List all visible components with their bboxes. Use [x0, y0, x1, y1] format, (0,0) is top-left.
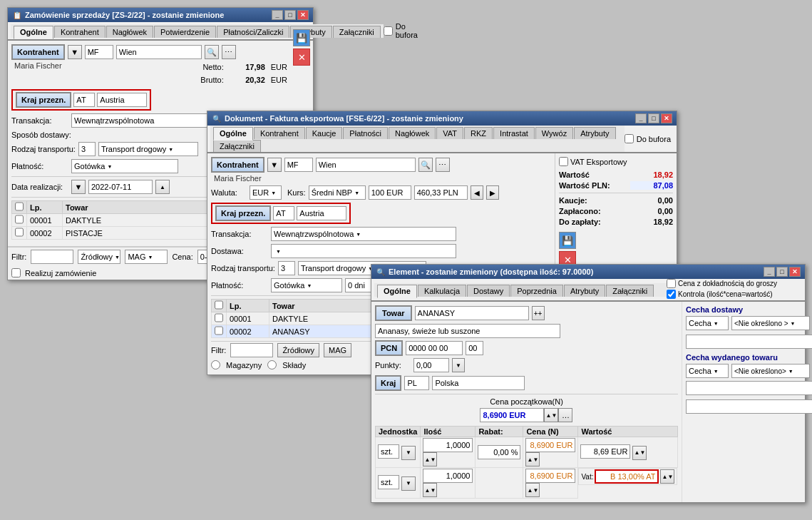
tab-potwierdzenie-w1[interactable]: Potwierdzenie [154, 26, 216, 38]
kraj-code-w2[interactable] [273, 206, 294, 220]
window2-maximize[interactable]: □ [648, 113, 659, 123]
window2-close[interactable]: ✕ [661, 113, 672, 123]
window1-minimize[interactable]: _ [272, 10, 283, 20]
pcn-btn-w3[interactable]: PCN [375, 340, 403, 356]
punkty-arrow-w3[interactable]: ▼ [452, 358, 465, 372]
tab-naglowek-w1[interactable]: Nagłówek [106, 26, 153, 38]
kontrahent-code-w1[interactable] [85, 45, 113, 59]
cecha-wydanego-text-w3[interactable] [686, 381, 812, 395]
window1-maximize[interactable]: □ [284, 10, 296, 20]
row1-check-w1[interactable] [15, 215, 24, 224]
nie-okreslono2-dropdown-w3[interactable]: <Nie określono> [731, 364, 810, 378]
row2-jednostka-w3[interactable] [378, 475, 399, 489]
tab-poprzednia-w3[interactable]: Poprzednia [510, 285, 563, 297]
platnosc-dropdown-w2[interactable]: Gotówka [271, 278, 342, 292]
cena-poczatkowa-val-w3[interactable] [480, 408, 544, 422]
kraj-name-w1[interactable] [97, 93, 147, 107]
sklady-radio-w2[interactable] [267, 360, 277, 369]
select-all-w1[interactable] [15, 202, 24, 211]
kontrahent-search-w2[interactable]: 🔍 [418, 158, 433, 172]
kontrahent-btn-w1[interactable]: Kontrahent [11, 44, 65, 60]
towar-val-w3[interactable] [415, 306, 529, 320]
row2-check-w2[interactable] [215, 326, 223, 335]
window1-close[interactable]: ✕ [297, 10, 309, 20]
row1-cena-w3[interactable] [525, 438, 575, 452]
transakcja-val-w1[interactable] [71, 113, 214, 128]
mag-btn-w2[interactable]: MAG [324, 343, 351, 357]
window2-minimize[interactable]: _ [635, 113, 647, 123]
tab-ogolne-w2[interactable]: Ogólne [213, 127, 253, 141]
tab-atrybuty-w3[interactable]: Atrybuty [564, 285, 605, 297]
kraj-name-w2[interactable] [297, 206, 346, 220]
data-spin-up-w1[interactable]: ▲ [155, 180, 170, 194]
tab-kontrahent-w1[interactable]: Kontrahent [54, 26, 106, 38]
cena-poczatkowa-more-w3[interactable]: … [558, 408, 572, 422]
save-btn-w2[interactable]: 💾 [559, 232, 576, 249]
tab-atrybuty-w2[interactable]: Atrybuty [574, 127, 615, 139]
tab-ogolne-w3[interactable]: Ogólne [377, 285, 417, 298]
kontrahent-dropdown-w2[interactable]: ▼ [267, 158, 282, 172]
kurs-amount-w2[interactable] [369, 185, 411, 200]
row1-ilosc-w3[interactable] [423, 438, 473, 452]
kraj-btn-w3[interactable]: Kraj [375, 375, 401, 391]
row2-check-w1[interactable] [15, 228, 24, 237]
row2-ilosc-spin-w3[interactable]: ▲▼ [423, 483, 437, 497]
data-val-w1[interactable] [88, 180, 153, 194]
realizuj-check-w1[interactable] [11, 268, 21, 277]
magazyny-radio-w2[interactable] [211, 360, 220, 369]
row2-cena-w3[interactable] [525, 469, 575, 483]
window3-close[interactable]: ✕ [789, 267, 801, 277]
kraj-val-w3[interactable] [404, 376, 429, 390]
window3-maximize[interactable]: □ [776, 267, 788, 277]
tab-dostawy-w3[interactable]: Dostawy [467, 285, 510, 297]
row2-vat-spin-w3[interactable]: ▲▼ [660, 469, 674, 484]
cena-dokladnosci-check-w3[interactable] [667, 279, 676, 288]
kontrahent-btn-w2[interactable]: Kontrahent [211, 157, 264, 173]
kontrahent-more-w2[interactable]: ⋯ [436, 158, 450, 172]
kraj-przezn-btn-w1[interactable]: Kraj przezn. [16, 92, 71, 108]
row2-ilosc-w3[interactable] [423, 469, 473, 483]
pcn-val-w3[interactable] [406, 341, 463, 355]
kraj-code-w1[interactable] [73, 93, 95, 107]
row1-rabat-w3[interactable] [478, 445, 520, 459]
row2-vat-w3[interactable] [595, 469, 659, 484]
row1-cena-spin-w3[interactable]: ▲▼ [525, 452, 540, 467]
transakcja-dropdown-w2[interactable]: Wewnątrzwspólnotowa [271, 227, 456, 241]
tab-kaucje-w2[interactable]: Kaucje [306, 127, 343, 139]
kontrahent-search-w1[interactable]: 🔍 [205, 45, 219, 59]
cancel-btn-w1[interactable]: ✕ [293, 49, 310, 66]
cecha-wydanego-dropdown-w3[interactable]: Cecha [686, 364, 729, 378]
rodzaj-num-w2[interactable] [278, 261, 295, 275]
pcn-extra-w3[interactable] [466, 341, 483, 355]
tab-kalkulacja-w3[interactable]: Kalkulacja [418, 285, 466, 297]
select-all-w2[interactable] [215, 300, 223, 310]
row2-cena-spin-w3[interactable]: ▲▼ [525, 483, 540, 497]
mag-dropdown-w1[interactable]: MAG [125, 250, 168, 264]
kontrahent-code-w2[interactable] [284, 158, 313, 172]
tab-zalaczniki-w3[interactable]: Załączniki [606, 285, 654, 297]
cena-poczatkowa-spin-w3[interactable]: ▲▼ [544, 408, 558, 422]
tab-vat-w2[interactable]: VAT [436, 127, 463, 139]
do-bufora-checkbox-w1[interactable] [384, 26, 393, 36]
waluta-dropdown-w2[interactable]: EUR [250, 185, 282, 200]
tab-kontrahent-w2[interactable]: Kontrahent [254, 127, 305, 139]
zrodlowy-btn-w2[interactable]: Źródłowy [277, 343, 319, 357]
kurs-pln-w2[interactable] [414, 185, 468, 200]
row1-ilosc-spin-w3[interactable]: ▲▼ [423, 452, 437, 467]
tab-naglowek-w2[interactable]: Nagłówek [389, 127, 436, 139]
towar-desc-w3[interactable] [375, 324, 560, 338]
row1-jed-drop-w3[interactable]: ▼ [401, 446, 416, 460]
kontrahent-city-w1[interactable] [116, 45, 202, 59]
towar-arrow-w3[interactable]: ++ [532, 306, 545, 320]
tab-ogolne-w1[interactable]: Ogólne [14, 26, 53, 39]
cecha-dostawy-text-w3[interactable] [686, 335, 812, 349]
filtr-input-w2[interactable] [230, 343, 273, 357]
window3-minimize[interactable]: _ [764, 267, 775, 277]
rodzaj-dropdown-w1[interactable]: Transport drogowy [98, 142, 198, 156]
dostawa-dropdown-w2[interactable] [271, 244, 456, 258]
platnosc-days-w2[interactable] [345, 278, 374, 292]
row1-wartosc-spin-w3[interactable]: ▲▼ [632, 446, 647, 460]
table-row[interactable]: ▼ ▲▼ ▲▼ Vat: [376, 468, 678, 499]
kontrahent-city-w2[interactable] [316, 158, 416, 172]
zrodlowy-dropdown-w1[interactable]: Źródłowy [78, 250, 120, 264]
